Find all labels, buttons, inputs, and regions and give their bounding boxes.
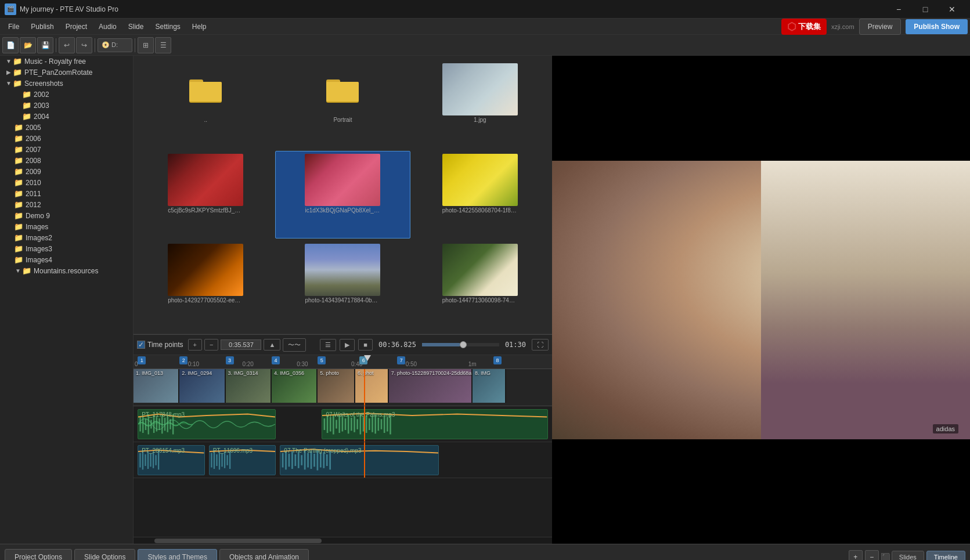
tree-item-2010[interactable]: 📁 2010 [0, 177, 133, 188]
slide-item-8[interactable]: 8. IMG [473, 369, 506, 403]
tree-item-2011[interactable]: 📁 2011 [0, 188, 133, 199]
scrubber-handle[interactable] [460, 341, 467, 348]
time-input[interactable] [221, 339, 261, 350]
stop-button[interactable]: ■ [358, 339, 373, 351]
menu-audio[interactable]: Audio [93, 20, 122, 33]
tree-label-2009: 2009 [26, 168, 41, 176]
svg-rect-16 [167, 416, 168, 432]
menu-slide[interactable]: Slide [122, 20, 150, 33]
file-item-parent[interactable]: .. [138, 60, 273, 149]
slide-item-3[interactable]: 3. IMG_0314 [226, 369, 272, 403]
toolbar: 📄 📂 💾 ↩ ↪ 📀 D: ⊞ ☰ [0, 35, 970, 56]
file-item-photo1429[interactable]: photo-1429277005502-eed8e... [138, 241, 273, 329]
play-button[interactable]: ▶ [340, 339, 355, 351]
slide-item-1[interactable]: 1. IMG_013 [134, 369, 179, 403]
tree-item-images[interactable]: 📁 Images [0, 221, 133, 232]
menu-help[interactable]: Help [186, 20, 212, 33]
file-grid[interactable]: .. Portrait 1.jpg [134, 56, 552, 334]
tree-item-2002[interactable]: 📁 2002 [0, 89, 133, 100]
styles-themes-button[interactable]: Styles and Themes [138, 549, 217, 561]
toolbar-separator-1 [56, 38, 56, 52]
tree-item-screenshots[interactable]: ▼ 📁 Screenshots [0, 78, 133, 89]
tree-item-2004[interactable]: 📁 2004 [0, 111, 133, 122]
undo-button[interactable]: ↩ [59, 37, 75, 53]
menu-publish[interactable]: Publish [25, 20, 59, 33]
svg-rect-19 [324, 418, 326, 430]
view-button[interactable]: ⊞ [138, 37, 154, 53]
slide-item-2[interactable]: 2. IMG_0294 [179, 369, 225, 403]
slide-track: 1. IMG_013 2. IMG_0294 3. IMG_0314 4. IM… [134, 369, 552, 406]
audio-clip-pt117848[interactable]: PT_117848.mp3 [138, 409, 276, 439]
timepoints-label: Time points [147, 341, 183, 349]
timeline-ruler[interactable]: 0 0:10 0:20 0:30 0:40 0:50 1m 1 2 3 4 5 … [134, 355, 552, 369]
tree-item-demo9[interactable]: 📁 Demo 9 [0, 210, 133, 221]
objects-animation-button[interactable]: Objects and Animation [219, 549, 309, 561]
timeline-scrubber[interactable] [422, 343, 499, 346]
tree-item-2008[interactable]: 📁 2008 [0, 155, 133, 166]
tree-item-images2[interactable]: 📁 Images2 [0, 232, 133, 243]
slides-view-button[interactable]: Slides [892, 551, 924, 561]
zoom-out-button[interactable]: − [865, 550, 879, 561]
drive-selector[interactable]: 📀 D: [98, 38, 132, 52]
close-button[interactable]: ✕ [939, 0, 965, 19]
menu-file[interactable]: File [2, 20, 25, 33]
tree-item-images3[interactable]: 📁 Images3 [0, 243, 133, 254]
time-adjust-up[interactable]: ▲ [264, 339, 280, 351]
svg-rect-24 [339, 416, 341, 433]
redo-button[interactable]: ↪ [76, 37, 92, 53]
file-item-photo1434[interactable]: photo-1434394717884-0b03b... [275, 241, 410, 329]
file-item-1jpg[interactable]: 1.jpg [413, 60, 547, 149]
tree-item-2012[interactable]: 📁 2012 [0, 199, 133, 210]
publish-button[interactable]: Publish Show [906, 19, 968, 34]
file-item-photo1447[interactable]: photo-1447713060098-74c4e... [413, 241, 547, 329]
zoom-in-button[interactable]: + [849, 550, 863, 561]
preview-button[interactable]: Preview [859, 19, 902, 35]
audio-clip-walts[interactable]: 07 Walts of the Palms.mp3 [322, 409, 547, 439]
maximize-button[interactable]: □ [912, 0, 939, 19]
zoom-fit-button[interactable]: ⬛ [881, 553, 889, 561]
tree-item-2007[interactable]: 📁 2007 [0, 144, 133, 155]
tree-item-2006[interactable]: 📁 2006 [0, 133, 133, 144]
slide-item-7[interactable]: 7. photo-1522897170024-25dd68a50c13 [389, 369, 473, 403]
h-scroll-thumb[interactable] [154, 539, 322, 543]
timepoints-checkbox[interactable]: ✓ [137, 341, 145, 349]
audio-clip-pt11696[interactable]: PT_11696.mp3 [209, 445, 276, 475]
open-button[interactable]: 📂 [20, 37, 36, 53]
slide-item-4[interactable]: 4. IMG_0356 [272, 369, 318, 403]
minimize-button[interactable]: − [885, 0, 912, 19]
timeline-view-button[interactable]: Timeline [926, 551, 965, 561]
new-button[interactable]: 📄 [2, 37, 19, 53]
tree-item-images4[interactable]: 📁 Images4 [0, 254, 133, 265]
view-list-button[interactable]: ☰ [155, 37, 171, 53]
tree-item-2005[interactable]: 📁 2005 [0, 122, 133, 133]
wave-button[interactable]: 〜〜 [283, 338, 306, 352]
add-timepoint-button[interactable]: + [188, 339, 202, 351]
svg-rect-12 [156, 417, 157, 432]
menu-project[interactable]: Project [60, 20, 93, 33]
tree-item-2003[interactable]: 📁 2003 [0, 100, 133, 111]
tree-arrow-pte: ▶ [5, 69, 13, 75]
audio-clip-parting[interactable]: 07 The Parting (cropped).mp3 [280, 445, 439, 475]
tree-item-mountains[interactable]: ▼ 📁 Mountains.resources [0, 265, 133, 276]
file-item-ic1d[interactable]: ic1dX3kBQjGNaPQb8Xel_192... [275, 151, 410, 239]
file-item-portrait[interactable]: Portrait [275, 60, 410, 149]
tree-scroll[interactable]: ▼ 📁 Music - Royalty free ▶ 📁 PTE_PanZoom… [0, 56, 133, 544]
horizontal-scrollbar[interactable] [134, 537, 552, 544]
save-button[interactable]: 💾 [37, 37, 53, 53]
slide-options-button[interactable]: Slide Options [74, 549, 135, 561]
tree-item-2009[interactable]: 📁 2009 [0, 166, 133, 177]
fullscreen-button[interactable]: ⛶ [532, 339, 549, 351]
tree-item-pte[interactable]: ▶ 📁 PTE_PanZoomRotate [0, 67, 133, 78]
slide-item-6[interactable]: 6. phot [355, 369, 389, 403]
file-item-c5cj[interactable]: c5cjBc9sRJKPYSmtzfBJ_DSC_... [138, 151, 273, 239]
project-options-button[interactable]: Project Options [5, 549, 72, 561]
menu-timeline-button[interactable]: ☰ [320, 339, 336, 351]
slide-item-5[interactable]: 5. photo [318, 369, 355, 403]
menu-settings[interactable]: Settings [149, 20, 186, 33]
audio-label-walts: 07 Walts of the Palms.mp3 [326, 411, 395, 418]
remove-timepoint-button[interactable]: − [204, 339, 218, 351]
tree-label-2003: 2003 [34, 102, 49, 110]
tree-item-music[interactable]: ▼ 📁 Music - Royalty free [0, 56, 133, 67]
file-item-photo1422[interactable]: photo-1422558068704-1f8f06... [413, 151, 547, 239]
audio-clip-pt286154[interactable]: PT_286154.mp3 [138, 445, 204, 475]
